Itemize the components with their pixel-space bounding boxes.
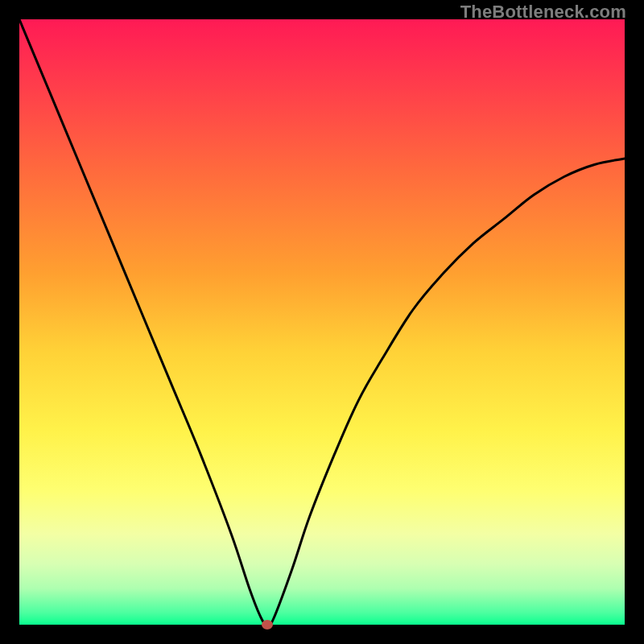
chart-frame: TheBottleneck.com bbox=[0, 0, 644, 644]
plot-area bbox=[19, 19, 625, 625]
bottleneck-curve bbox=[19, 19, 625, 625]
optimum-marker bbox=[262, 620, 273, 630]
